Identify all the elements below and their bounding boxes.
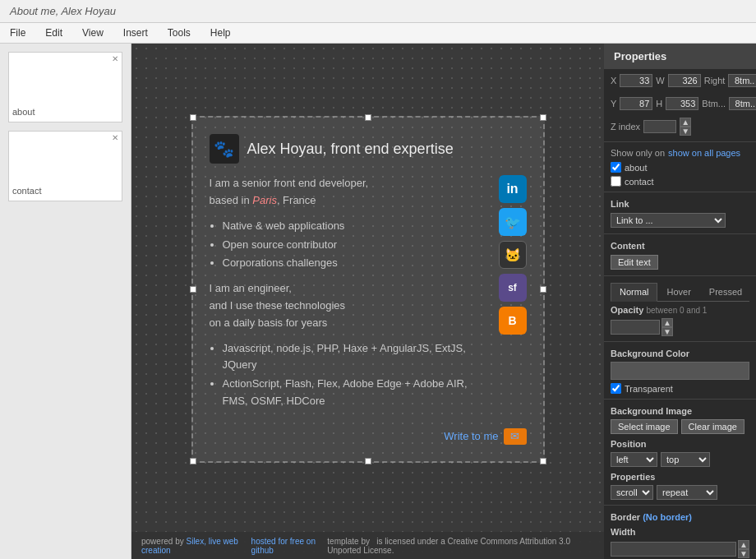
checkbox-about-label: about [625, 163, 648, 173]
border-down-spinner[interactable]: ▼ [738, 549, 749, 558]
link-row: Link to ... [604, 210, 756, 230]
thumb-preview-about [12, 56, 118, 105]
page-thumbnail-about[interactable]: ✕ about [8, 52, 122, 122]
x-input[interactable] [620, 74, 652, 87]
tab-normal[interactable]: Normal [611, 283, 657, 302]
resize-handle-br[interactable] [540, 458, 546, 464]
content-section-label: Content [604, 238, 756, 252]
divider-2 [604, 192, 756, 192]
resize-handle-tr[interactable] [540, 114, 546, 121]
scroll-dropdown[interactable]: scroll fixed [611, 485, 653, 500]
left-sidebar: ✕ about ✕ contact [0, 44, 131, 559]
bottom-input[interactable] [729, 97, 756, 110]
card-title: Alex Hoyau, front end expertise [247, 141, 454, 158]
resize-handle-bl[interactable] [190, 458, 196, 464]
transparent-label: Transparent [625, 384, 673, 394]
zindex-down-spinner[interactable]: ▼ [680, 127, 691, 136]
opacity-up-spinner[interactable]: ▲ [662, 318, 673, 327]
canvas-area[interactable]: 🐾 Alex Hoyau, front end expertise I am a… [131, 44, 604, 559]
edit-text-button[interactable]: Edit text [611, 255, 658, 270]
border-label: Border (No border) [604, 509, 756, 524]
transparent-checkbox[interactable] [611, 383, 621, 394]
divider-6 [604, 399, 756, 400]
resize-handle-tm[interactable] [365, 114, 371, 121]
zindex-row: Z index ▲ ▼ [604, 115, 756, 138]
panel-title: Properties [604, 44, 756, 69]
social-twitter[interactable]: 🐦 [499, 208, 527, 236]
show-only-row: Show only on show on all pages [604, 146, 756, 160]
paw-icon: 🐾 [210, 134, 239, 164]
app-title: About me, Alex Hoyau [10, 5, 116, 17]
no-border-link-text[interactable]: No border [646, 512, 689, 522]
link-dropdown[interactable]: Link to ... [611, 213, 726, 228]
divider-3 [604, 233, 756, 234]
bullet-list-1: Native & web applications Open source co… [223, 218, 491, 272]
link-section-label: Link [604, 196, 756, 210]
tab-pressed[interactable]: Pressed [700, 283, 751, 301]
list-item: Native & web applications [223, 218, 491, 235]
repeat-dropdown[interactable]: repeat no-repeat repeat-x repeat-y [657, 485, 717, 500]
checkbox-contact[interactable] [611, 176, 621, 187]
w-input[interactable] [668, 74, 701, 87]
zindex-input[interactable] [643, 120, 676, 133]
card-write-to-me[interactable]: Write to me ✉ [210, 428, 527, 445]
right-panel: Properties X W Right ▲ ▼ Y [604, 44, 756, 559]
divider-5 [604, 341, 756, 342]
clear-image-button[interactable]: Clear image [681, 419, 744, 434]
menu-edit[interactable]: Edit [42, 25, 66, 40]
bullet-list-2: Javascript, node.js, PHP, Haxe + Angular… [223, 340, 491, 410]
resize-handle-bm[interactable] [365, 458, 371, 464]
position-top-dropdown[interactable]: top center bottom [661, 452, 710, 467]
state-tab-bar: Normal Hover Pressed [611, 283, 749, 302]
show-all-pages-link[interactable]: show on all pages [668, 148, 740, 158]
border-width-input[interactable] [611, 542, 736, 557]
checkbox-about-row: about [604, 160, 756, 174]
social-linkedin[interactable]: in [499, 175, 527, 203]
xy-row: X W Right ▲ ▼ [604, 69, 756, 92]
bg-image-label: Background Image [604, 403, 756, 418]
social-scriptfeeder[interactable]: sf [499, 274, 527, 302]
menu-help[interactable]: Help [207, 25, 234, 40]
h-input[interactable] [666, 97, 698, 110]
select-image-button[interactable]: Select image [611, 419, 678, 434]
properties-label: Properties [604, 469, 756, 483]
position-row: left center right top center bottom [604, 450, 756, 469]
border-width-row: ▲ ▼ [611, 540, 749, 558]
content-card[interactable]: 🐾 Alex Hoyau, front end expertise I am a… [191, 116, 545, 463]
opacity-label: Opacity between 0 and 1 [604, 302, 756, 316]
engineer-text: I am an engineer, and I use these techno… [210, 280, 491, 331]
social-blogger[interactable]: B [499, 307, 527, 335]
resize-handle-tl[interactable] [190, 114, 196, 121]
position-label: Position [604, 436, 756, 450]
social-github[interactable]: 🐱 [499, 241, 527, 269]
page-thumbnail-contact[interactable]: ✕ contact [8, 131, 122, 201]
resize-handle-mr[interactable] [540, 286, 546, 293]
opacity-down-spinner[interactable]: ▼ [662, 327, 673, 336]
main-layout: ✕ about ✕ contact 🐾 Alex Hoyau, front en… [0, 44, 756, 559]
checkbox-about[interactable] [611, 162, 621, 173]
opacity-input[interactable] [611, 320, 660, 335]
list-item: Javascript, node.js, PHP, Haxe + Angular… [223, 340, 491, 375]
hosted-by-link[interactable]: hosted for free on github [251, 537, 328, 555]
tab-hover[interactable]: Hover [657, 283, 699, 301]
card-text: I am a senior front end developer, based… [210, 175, 491, 418]
checkbox-contact-row: contact [604, 174, 756, 188]
position-left-dropdown[interactable]: left center right [611, 452, 657, 467]
menu-insert[interactable]: Insert [120, 25, 151, 40]
menu-file[interactable]: File [7, 25, 29, 40]
license-text: template by is licensed under a Creative… [327, 537, 594, 555]
close-contact-icon[interactable]: ✕ [112, 133, 118, 142]
border-up-spinner[interactable]: ▲ [738, 540, 749, 549]
powered-by-text: powered by Silex, live web creation [141, 537, 251, 555]
close-about-icon[interactable]: ✕ [112, 54, 118, 63]
transparent-row: Transparent [604, 381, 756, 395]
right-input[interactable] [728, 74, 756, 87]
bg-color-box[interactable] [611, 362, 749, 380]
menu-tools[interactable]: Tools [164, 25, 194, 40]
menu-view[interactable]: View [79, 25, 107, 40]
card-social: in 🐦 🐱 sf B [499, 175, 527, 418]
zindex-up-spinner[interactable]: ▲ [680, 118, 691, 127]
y-input[interactable] [620, 97, 652, 110]
resize-handle-ml[interactable] [190, 286, 196, 293]
intro-text: I am a senior front end developer, based… [210, 175, 491, 210]
